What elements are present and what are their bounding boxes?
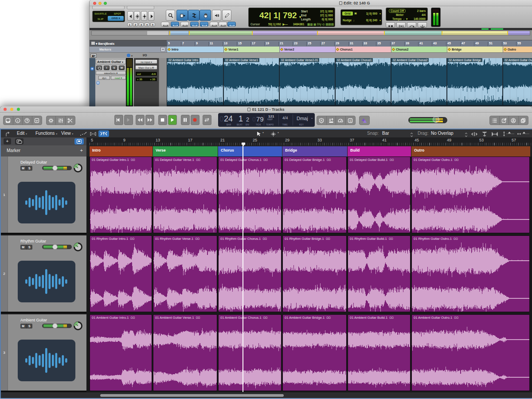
svg-text:S: S [349,119,352,122]
